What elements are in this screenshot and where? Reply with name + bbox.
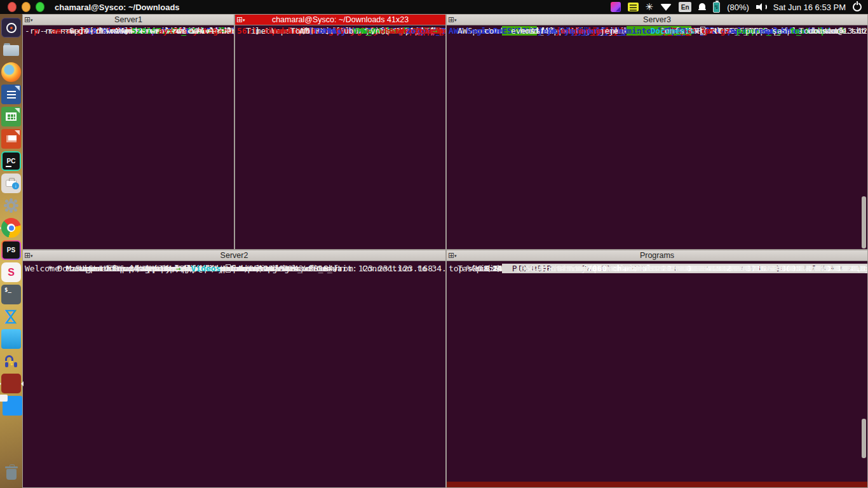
terminal-line: mdn_tutes vscode shortcuts.pdf: [618, 26, 627, 36]
terminal-output-server1[interactable]: -rw-rw-r-- 1 chamaral chamaral 29K Junp-…: [23, 25, 234, 249]
pane-downloads: ⊞▾ chamaral@Sysco: ~/Downloads 41x23 562…: [234, 14, 446, 250]
battery-icon[interactable]: ↯: [713, 2, 720, 13]
terminal-line: Zoiper_3.3_Linux_Free_32Bit_64Bit.tar.gz: [415, 26, 424, 36]
chrome-icon[interactable]: [1, 218, 21, 238]
pane-grid-icon[interactable]: ⊞▾: [24, 251, 38, 260]
terminal-output-server3[interactable]: AWS ovfPOSAWSpostasks.odt ovfpos1beginne…: [447, 25, 867, 249]
screen-recorder-icon[interactable]: [3, 396, 22, 416]
terminal-line: jenkins_jobs_backup_2.tar.gz sample.txt: [573, 26, 582, 36]
pane-titlebar[interactable]: ⊞▾ Programs: [447, 250, 867, 261]
top-panel: chamaral@Sysco: ~/Downloads ✳ En ↯ (80%)…: [0, 0, 868, 14]
terminal-output-server2[interactable]: Welcome to Ubuntu 16.04.4 LTS (GNU/Linux…: [23, 261, 445, 487]
terminal-line: 7060 chamaral 20 0 41912 3716 3008 R 0.3…: [582, 264, 591, 273]
pane-grid-icon[interactable]: ⊞▾: [448, 251, 462, 260]
minimize-button[interactable]: [22, 2, 31, 11]
terminal-line: 6_64.bundle: [362, 26, 370, 36]
pane-titlebar[interactable]: ⊞▾ chamaral@Sysco: ~/Downloads 41x23: [235, 15, 445, 25]
terminal-line: 6 root 0 -20 0 0 0 S 0.0 0.0 0:00.00 mm_…: [618, 264, 627, 273]
terminal-output-programs[interactable]: top - 18:53:48 up 3:15, 6 users, load av…: [447, 261, 867, 487]
music-app-icon[interactable]: [1, 351, 21, 371]
terminal-line: Get cloud support with Ubuntu Advantage …: [78, 264, 87, 273]
ubuntu-dash-icon[interactable]: [1, 18, 21, 37]
terminal-line: chamaral@dev-pulse:~$ packet_write_wait:…: [158, 264, 167, 273]
close-button[interactable]: [8, 2, 17, 11]
pane-title: Server1: [114, 15, 142, 24]
terminal-line: 1080p.HD.x264.ESubs.[Padmavati]: [317, 26, 326, 36]
pane-title: chamaral@Sysco: ~/Downloads 41x23: [272, 15, 409, 24]
terminal-line: whatsapp-webapp_1.0_all.deb: [397, 26, 406, 36]
libreoffice-calc-icon[interactable]: [1, 107, 21, 126]
window-controls: [8, 2, 44, 11]
app-indicator-icon[interactable]: [611, 2, 621, 12]
terminal-line: 2 root 20 0 0 0 0 S 0.0 0.0 0:00.01 kthr…: [600, 264, 609, 273]
pane-titlebar[interactable]: ⊞▾ Server1: [23, 15, 234, 25]
terminal-line: * Documentation: https://help.ubuntu.com: [43, 264, 51, 273]
notes-indicator-icon[interactable]: [628, 3, 639, 11]
maximize-button[interactable]: [36, 2, 44, 11]
terminal-line: → Downloads: [220, 26, 229, 36]
pane-titlebar[interactable]: ⊞▾ Server3: [447, 15, 867, 25]
notifications-bell-icon[interactable]: [698, 3, 706, 11]
terminal-line: %Cpu(s): 0.6 us, 0.4 sy, 0.0 ni, 98.9 id…: [466, 264, 475, 273]
terminal-line: vncscript.txt: [370, 26, 379, 36]
terminal-line: hostfileConfigurations PULSE_EERD.pdf: [520, 26, 529, 36]
terminal-line: zoiper5_5.2.16_x86_64.deb: [424, 26, 433, 36]
terminal-line: -rw-rw-r-- 1 chamaral chamaral 1.6G May: [114, 26, 123, 36]
terminal-line: config_reader.pp PBX.odt: [484, 26, 493, 36]
terminal-line: [TorrentCounter.to].Padmaavat.2018.Hindi…: [308, 26, 317, 36]
pane-titlebar[interactable]: ⊞▾ Server2: [23, 250, 445, 261]
pane-grid-icon[interactable]: ⊞▾: [236, 15, 250, 24]
system-settings-icon[interactable]: [1, 196, 21, 215]
slack-icon[interactable]: S: [1, 262, 21, 282]
files-icon[interactable]: [1, 40, 21, 60]
terminator-icon[interactable]: [1, 374, 21, 393]
pane-grid-icon[interactable]: ⊞▾: [448, 15, 462, 24]
libreoffice-writer-icon[interactable]: [1, 85, 21, 104]
pycharm-icon[interactable]: PC: [1, 151, 21, 171]
pane-alert-strip: [447, 482, 867, 487]
terminal-line: AWS ovfPOS: [449, 26, 458, 36]
power-icon[interactable]: [853, 3, 862, 11]
terminal-output-downloads[interactable]: 5621.zipTime Lapse (2014) [BluRay] [720p…: [235, 25, 445, 249]
terminal-line: jenkins_jobs_backup_1.tar.gz react: [555, 26, 564, 36]
session-indicator-icon[interactable]: ✳: [646, 3, 654, 12]
pane-title: Server2: [220, 251, 248, 260]
libreoffice-impress-icon[interactable]: [1, 129, 21, 149]
pane-server2: ⊞▾ Server2 Welcome to Ubuntu 16.04.4 LTS…: [22, 250, 446, 488]
phpstorm-icon[interactable]: PS: [1, 240, 21, 260]
terminal-line: drwxrwxr-x 2 chamaral chamaral 4.0K Jun: [176, 26, 185, 36]
terminal-line: cinco image 27 PbxConfs: [475, 26, 484, 36]
terminal-line: → Videos: [176, 264, 185, 273]
clock[interactable]: Sat Jun 16 6:53 PM: [773, 3, 846, 12]
terminal-line: h-127622.zip: [281, 26, 290, 36]
terminal-line: 4 root 0 -20 0 0 0 S 0.0 0.0 0:00.00 kwo…: [609, 264, 618, 273]
blue-app-icon[interactable]: [1, 329, 21, 349]
terminal-line: jenkins_jobs_backup_3 SharedFolder: [582, 26, 591, 36]
terminal-icon[interactable]: [1, 285, 21, 304]
vscode-icon[interactable]: ⋈: [1, 307, 21, 327]
trash-icon[interactable]: [1, 464, 21, 484]
ubuntu-software-icon[interactable]: [1, 173, 21, 193]
terminal-line: 9 root 20 0 0 0 0 S 0.0 0.0 0:00.00 rcu_…: [635, 264, 644, 273]
pane-title: Server3: [643, 15, 671, 24]
terminal-line: -rw-rw-r-- 1 chamaral chamaral 83 Feb: [140, 26, 149, 36]
terminal-line: * Management: https://landscape.canonica…: [51, 264, 60, 273]
terminal-line: ESXIOVF pulse-api: [502, 26, 511, 36]
volume-icon[interactable]: [756, 3, 766, 11]
keyboard-layout-indicator[interactable]: En: [679, 2, 691, 12]
terminal-line: * Support: https://ubuntu.com/advantage: [60, 264, 69, 273]
terminal-line: eventsAMI.odt PULSE_EERD.mwb: [511, 26, 520, 36]
terminal-line: 1051 root 20 0 409524 91680 63856 S 1.7 …: [511, 264, 520, 273]
terminal-line: PID USER PR NI VIRT RES SHR S %CPU %MEM …: [502, 264, 511, 273]
firefox-icon[interactable]: [1, 62, 21, 82]
terminal-line: 528167.x86_64.bundle: [132, 26, 140, 36]
terminal-line: Tasks: 246 total, 1 running, 245 sleepin…: [458, 264, 466, 273]
terminal-line: 8 root 20 0 0 0 0 S 0.3 0.0 0:06.02 rcu_…: [538, 264, 546, 273]
network-icon[interactable]: [660, 4, 672, 11]
scrollbar[interactable]: [862, 419, 866, 458]
pane-grid-icon[interactable]: ⊞▾: [24, 15, 38, 24]
scrollbar[interactable]: [862, 196, 866, 248]
terminal-line: 5901 chamaral 20 0 1176344 135660 69760 …: [573, 264, 582, 273]
terminal-line: KiB Swap: 16656380 total, 16656380 free,…: [484, 264, 493, 273]
terminal-line: t.tar.gz: [203, 26, 212, 36]
